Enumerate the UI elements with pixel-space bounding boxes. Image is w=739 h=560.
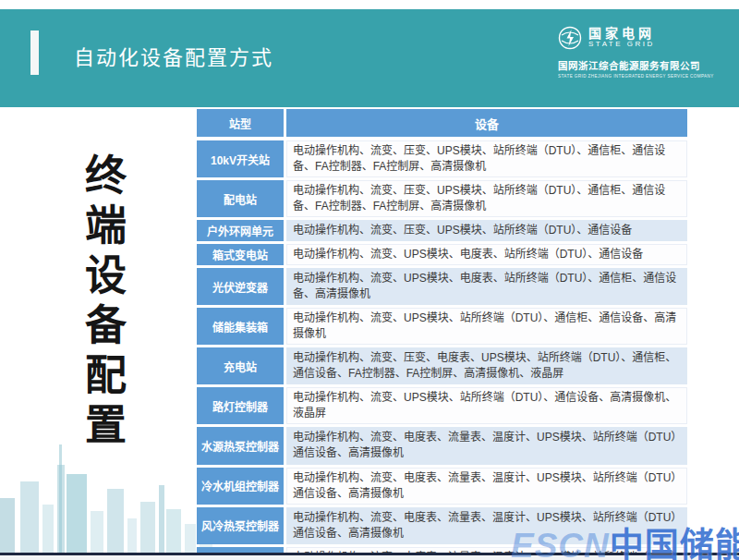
column-header-equipment: 设备 [286,109,687,137]
station-cell: 充电站 [197,347,284,384]
table-row: 冷水机组控制器 电动操作机构、流变、电度表、流量表、温度计、UPS模块、站所终端… [197,468,687,505]
equipment-text: 电动操作机构、流变、压变、UPS模块、站所终端（DTU）、通信柜、通信设备、FA… [293,143,680,175]
equipment-cell: 电动操作机构、流变、电度表、流量表、温度计、UPS模块、站所终端（DTU）通信设… [286,427,687,464]
equipment-text: 电动操作机构、流变、压变、电度表、UPS模块、站所终端（DTU）、通信柜、通信设… [293,350,680,382]
equipment-cell: 电动操作机构、流变、UPS模块、电度表、站所终端（DTU）、通信设备 [286,244,687,265]
slide-title: 自动化设备配置方式 [74,41,273,70]
column-header-station: 站型 [197,109,284,137]
station-cell: 冷水机组控制器 [197,468,284,505]
station-cell: 光伏逆变器 [197,268,284,305]
title-accent-bar [30,30,39,75]
equipment-cell: 电动操作机构、流变、UPS模块、站所终端（DTU）、通信设备、高清摄像机、液晶屏 [286,387,687,424]
table-row: 配电站 电动操作机构、流变、压变、UPS模块、站所终端（DTU）、通信柜、通信设… [197,180,687,217]
state-grid-logo: 国家电网 STATE GRID 国网浙江综合能源服务有限公司 STATE GRI… [558,26,714,79]
table-row: 路灯控制器 电动操作机构、流变、UPS模块、站所终端（DTU）、通信设备、高清摄… [197,387,687,424]
equipment-table: 站型 设备 10kV开关站 电动操作机构、流变、压变、UPS模块、站所终端（DT… [197,109,687,560]
equipment-cell: 电动操作机构、流变、压变、UPS模块、站所终端（DTU）、通信设备 [286,220,687,241]
equipment-text: 电动操作机构、流变、UPS模块、站所终端（DTU）、通信设备、高清摄像机、液晶屏 [293,390,680,421]
state-grid-emblem-icon [558,26,582,50]
table-row: 光伏逆变器 电动操作机构、流变、UPS模块、电度表、站所终端（DTU）、通信柜、… [197,268,687,305]
side-vertical-title: 终端设备配置 [81,153,123,453]
station-cell: 水源热泵控制器 [197,427,284,464]
station-cell: 储能集装箱 [197,308,284,345]
equipment-text: 电动操作机构、流变、电度表、流量表、温度计、UPS模块、站所终端（DTU）通信设… [293,470,680,502]
logo-company-en: STATE GRID ZHEJIANG INTEGRATED ENERGY SE… [558,74,714,79]
table-row: 储能集装箱 电动操作机构、流变、UPS模块、站所终端（DTU）、通信柜、通信设备… [197,308,687,345]
table-row: 水源热泵控制器 电动操作机构、流变、电度表、流量表、温度计、UPS模块、站所终端… [197,427,687,464]
station-cell: 户外环网单元 [197,220,284,241]
equipment-text: 电动操作机构、流变、UPS模块、电度表、站所终端（DTU）、通信设备 [293,247,643,262]
equipment-cell: 电动操作机构、流变、UPS模块、电度表、站所终端（DTU）、通信柜、通信设备、高… [286,268,687,305]
equipment-text: 电动操作机构、流变、UPS模块、站所终端（DTU）、通信柜、通信设备、高清摄像机 [293,310,680,342]
logo-brand-en: STATE GRID [588,41,655,49]
equipment-cell: 电动操作机构、流变、电度表、流量表、温度计、UPS模块、站所终端（DTU）通信设… [286,468,687,505]
station-cell: 配电站 [197,180,284,217]
logo-brand-cn: 国家电网 [588,27,655,41]
equipment-cell: 电动操作机构、流变、UPS模块、站所终端（DTU）、通信柜、通信设备、高清摄像机 [286,308,687,345]
city-skyline-graphic [0,440,217,555]
table-row: 户外环网单元 电动操作机构、流变、压变、UPS模块、站所终端（DTU）、通信设备 [197,220,687,241]
table-row: 10kV开关站 电动操作机构、流变、压变、UPS模块、站所终端（DTU）、通信柜… [197,140,687,177]
header-band: 自动化设备配置方式 国家电网 STATE GRID 国网浙江综合能源服务有限公司… [0,9,739,107]
station-cell: 风冷热泵控制器 [197,507,284,544]
table-row: 充电站 电动操作机构、流变、压变、电度表、UPS模块、站所终端（DTU）、通信柜… [197,347,687,384]
table-row: 箱式变电站 电动操作机构、流变、UPS模块、电度表、站所终端（DTU）、通信设备 [197,244,687,265]
logo-company-cn: 国网浙江综合能源服务有限公司 [558,58,714,72]
equipment-cell: 电动操作机构、流变、压变、电度表、UPS模块、站所终端（DTU）、通信柜、通信设… [286,347,687,384]
watermark-en: ESCN [511,527,610,560]
equipment-text: 电动操作机构、流变、压变、UPS模块、站所终端（DTU）、通信柜、通信设备、FA… [293,183,680,214]
watermark: ESCN中国储能网 [511,517,739,560]
station-cell: 路灯控制器 [197,387,284,424]
equipment-cell: 电动操作机构、流变、压变、UPS模块、站所终端（DTU）、通信柜、通信设备、FA… [286,140,687,177]
equipment-text: 电动操作机构、流变、压变、UPS模块、站所终端（DTU）、通信设备 [293,223,632,238]
equipment-text: 电动操作机构、流变、电度表、流量表、温度计、UPS模块、站所终端（DTU）通信设… [293,430,680,461]
equipment-cell: 电动操作机构、流变、压变、UPS模块、站所终端（DTU）、通信柜、通信设备、FA… [286,180,687,217]
table-header-row: 站型 设备 [197,109,687,137]
watermark-cn: 中国储能网 [610,527,739,560]
station-cell: 10kV开关站 [197,140,284,177]
equipment-text: 电动操作机构、流变、UPS模块、电度表、站所终端（DTU）、通信柜、通信设备、高… [293,271,680,302]
station-cell: 箱式变电站 [197,244,284,265]
